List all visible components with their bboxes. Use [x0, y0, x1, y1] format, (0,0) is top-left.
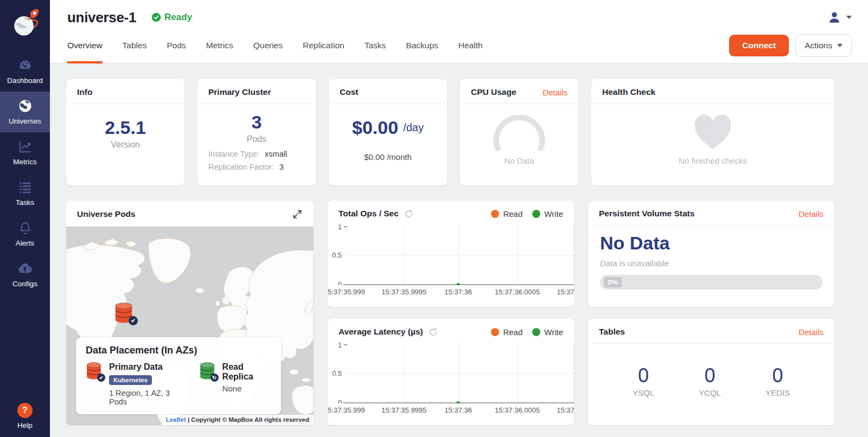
volume-details-link[interactable]: Details [799, 209, 824, 218]
chart-legend: Read Write [491, 327, 563, 337]
persistent-volume-card: Persistent Volume Stats Details No Data … [588, 201, 834, 307]
chart-plot-area: 1 0.5 0 [328, 224, 574, 285]
kubernetes-badge: Kubernetes [109, 375, 152, 385]
actions-label: Actions [805, 41, 832, 50]
tab-backups[interactable]: Backups [406, 27, 438, 63]
sidebar-item-metrics[interactable]: Metrics [0, 132, 50, 173]
sidebar-item-dashboard[interactable]: Dashboard [0, 51, 50, 92]
sidebar-item-label: Metrics [13, 158, 37, 166]
y-tick: 0.5 [328, 369, 342, 377]
sidebar-item-configs[interactable]: Configs [0, 254, 50, 295]
header: universe-1 Ready Overview Tables Pods Me… [50, 0, 868, 63]
universe-pods-card: Universe Pods [66, 201, 314, 425]
chart-title: Total Ops / Sec [339, 209, 399, 218]
x-tick: 15:37:36.0005 [495, 288, 540, 296]
card-title: Info [77, 87, 92, 97]
check-badge-icon: ✔ [97, 374, 105, 382]
list-icon [18, 179, 33, 195]
instance-type-value: xsmall [265, 150, 287, 158]
tab-tasks[interactable]: Tasks [365, 27, 386, 63]
check-circle-icon [151, 12, 161, 22]
cpu-empty-text: No Data [504, 156, 534, 165]
read-dot-icon [491, 210, 499, 218]
actions-button[interactable]: Actions [795, 34, 852, 57]
y-tick: 1 [328, 343, 342, 349]
tab-queries[interactable]: Queries [253, 27, 283, 63]
ycql-label: YCQL [699, 388, 721, 397]
yedis-value: 0 [772, 364, 783, 387]
y-tick: 0.5 [328, 251, 342, 259]
x-tick: 15:37:36 [444, 406, 472, 414]
chart-plot-area: 1 0.5 0 [328, 343, 574, 403]
tab-health[interactable]: Health [458, 27, 483, 63]
yedis-count: 0 YEDIS [765, 364, 790, 397]
legend-read[interactable]: Read [491, 209, 522, 218]
sidebar-item-help[interactable]: ? Help [17, 403, 33, 429]
heart-icon [692, 114, 734, 152]
sidebar-item-label: Alerts [16, 239, 35, 247]
card-title: Tables [599, 327, 625, 337]
tab-overview[interactable]: Overview [67, 27, 103, 63]
x-tick: 15:37: [557, 406, 574, 414]
ycql-count: 0 YCQL [699, 364, 721, 397]
write-dot-icon [532, 210, 540, 218]
primary-cluster-card: Primary Cluster 3 Pods Instance Type:xsm… [197, 79, 316, 185]
replication-factor-value: 3 [279, 163, 284, 171]
version-value: 2.5.1 [105, 117, 146, 138]
app-logo-planet-rocket-icon[interactable] [9, 7, 41, 42]
card-title: CPU Usage [471, 87, 516, 97]
sync-badge-icon: ↻ [210, 374, 219, 382]
map-attribution: Leaflet | Copyright © MapBox All rights … [162, 415, 314, 425]
x-tick: 15:37:36 [444, 288, 472, 296]
legend-write[interactable]: Write [532, 327, 563, 337]
x-tick: 15:37:35.9995 [381, 406, 426, 414]
status-badge: Ready [151, 12, 192, 23]
refresh-icon[interactable] [404, 209, 413, 218]
user-menu[interactable] [827, 10, 852, 24]
pods-label: Pods [247, 134, 266, 144]
sidebar-item-alerts[interactable]: Alerts [0, 214, 50, 254]
chart-legend: Read Write [491, 209, 563, 218]
tab-bar: Overview Tables Pods Metrics Queries Rep… [67, 27, 503, 63]
chart-x-axis: 5:37:35.999 15:37:35.9995 15:37:36 15:37… [328, 285, 574, 298]
gauge-arc-icon [487, 115, 551, 151]
sidebar-item-label: Configs [12, 280, 37, 288]
x-tick: 5:37:35.999 [328, 288, 365, 296]
legend-read[interactable]: Read [491, 327, 522, 337]
chart-title: Average Latency (µs) [339, 327, 423, 337]
refresh-icon[interactable] [429, 327, 438, 337]
card-title: Persistent Volume Stats [599, 209, 694, 218]
sidebar-item-tasks[interactable]: Tasks [0, 173, 50, 214]
health-check-card: Health Check No finished checks [591, 79, 834, 185]
data-placement-legend: Data Placement (In AZs) ✔ Primary Data K… [76, 337, 281, 414]
page-title: universe-1 [67, 9, 136, 26]
tab-pods[interactable]: Pods [167, 27, 186, 63]
tab-replication[interactable]: Replication [303, 27, 344, 63]
x-tick: 15:37:36.0005 [495, 406, 540, 414]
sidebar-item-universes[interactable]: Universes [0, 92, 50, 132]
connect-button[interactable]: Connect [729, 35, 789, 56]
tab-tables[interactable]: Tables [123, 27, 147, 63]
volume-empty-title: No Data [600, 233, 669, 254]
info-card: Info 2.5.1 Version [66, 79, 184, 185]
cost-per-month: $0.00 /month [364, 152, 412, 162]
tables-details-link[interactable]: Details [799, 327, 824, 337]
leaflet-link[interactable]: Leaflet [166, 416, 186, 423]
user-avatar-icon [827, 10, 841, 24]
cluster-map-marker[interactable]: ✔ [114, 303, 136, 325]
legend-write[interactable]: Write [532, 209, 563, 218]
attribution-text: | Copyright © MapBox All rights reserved [188, 416, 309, 423]
volume-progress-bar: 0% [600, 275, 822, 290]
card-title: Universe Pods [77, 209, 136, 219]
tab-metrics[interactable]: Metrics [206, 27, 233, 63]
pods-count: 3 [252, 112, 262, 133]
write-data-point [456, 283, 460, 286]
cloud-upload-icon [17, 261, 33, 276]
cost-per-day-unit: /day [403, 121, 424, 134]
world-map[interactable]: ✔ Data Placement (In AZs) ✔ Pri [66, 227, 314, 425]
version-label: Version [111, 140, 139, 150]
write-data-point [456, 401, 460, 404]
health-empty-text: No finished checks [679, 156, 747, 165]
cpu-details-link[interactable]: Details [542, 88, 567, 97]
expand-icon[interactable] [292, 209, 303, 220]
